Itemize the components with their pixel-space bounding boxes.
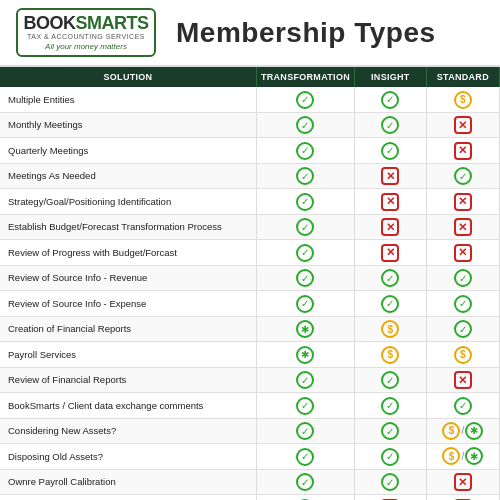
standard-cell: $ bbox=[426, 87, 499, 112]
check-icon: ✓ bbox=[296, 167, 314, 185]
x-icon: ✕ bbox=[454, 244, 472, 262]
dollar-icon: $ bbox=[454, 346, 472, 364]
standard-cell: ✕ bbox=[426, 495, 499, 501]
standard-cell: $/✱ bbox=[426, 418, 499, 444]
x-icon: ✕ bbox=[454, 473, 472, 491]
standard-cell: ✕ bbox=[426, 214, 499, 240]
transformation-cell: ✱ bbox=[256, 342, 354, 368]
star-icon: ✱ bbox=[296, 346, 314, 364]
transformation-cell: ✓ bbox=[256, 495, 354, 501]
table-row: Review of Progress with Budget/Forcast ✓… bbox=[0, 240, 500, 266]
solution-cell: Review of Source Info - Expense bbox=[0, 291, 256, 317]
x-icon: ✕ bbox=[381, 193, 399, 211]
col-transformation: TRANSFORMATION bbox=[256, 67, 354, 87]
combo-icon: $/✱ bbox=[431, 422, 495, 440]
standard-cell: $/✱ bbox=[426, 444, 499, 470]
table-row: Payroll Services ✱ $ $ bbox=[0, 342, 500, 368]
col-insight: INSIGHT bbox=[354, 67, 426, 87]
check-icon: ✓ bbox=[381, 116, 399, 134]
insight-cell: ✕ bbox=[354, 189, 426, 215]
insight-cell: ✓ bbox=[354, 112, 426, 138]
check-icon: ✓ bbox=[296, 244, 314, 262]
page-header: BOOK SMARTS TAX & ACCOUNTING SERVICES Al… bbox=[0, 0, 500, 67]
check-icon: ✓ bbox=[296, 371, 314, 389]
solution-cell: BookSmarts / Client data exchange commen… bbox=[0, 393, 256, 419]
table-row: Multiple Entities ✓ ✓ $ bbox=[0, 87, 500, 112]
table-row: BookSmarts / Client data exchange commen… bbox=[0, 393, 500, 419]
logo-tagline: All your money matters bbox=[26, 42, 146, 51]
star-icon: ✱ bbox=[296, 320, 314, 338]
check-icon: ✓ bbox=[296, 142, 314, 160]
check-icon: ✓ bbox=[381, 448, 399, 466]
solution-cell: Monthly Meetings bbox=[0, 112, 256, 138]
solution-cell: Review of Financial Reports bbox=[0, 367, 256, 393]
check-icon: ✓ bbox=[381, 422, 399, 440]
standard-cell: ✕ bbox=[426, 469, 499, 495]
insight-cell: ✓ bbox=[354, 265, 426, 291]
col-standard: STANDARD bbox=[426, 67, 499, 87]
x-icon: ✕ bbox=[454, 371, 472, 389]
solution-cell: Quarterly Meetings bbox=[0, 138, 256, 164]
standard-cell: ✓ bbox=[426, 393, 499, 419]
membership-table: SOLUTION TRANSFORMATION INSIGHT STANDARD… bbox=[0, 67, 500, 500]
transformation-cell: ✓ bbox=[256, 87, 354, 112]
standard-cell: ✕ bbox=[426, 240, 499, 266]
insight-cell: ✓ bbox=[354, 291, 426, 317]
insight-cell: ✓ bbox=[354, 367, 426, 393]
check-icon: ✓ bbox=[296, 448, 314, 466]
transformation-cell: ✓ bbox=[256, 138, 354, 164]
dollar-icon: $ bbox=[454, 91, 472, 109]
table-row: Meetings As Needed ✓ ✕ ✓ bbox=[0, 163, 500, 189]
solution-cell: Review of Progress with Budget/Forcast bbox=[0, 240, 256, 266]
solution-cell: Strategy/Goal/Positioning Identification bbox=[0, 189, 256, 215]
dollar-icon: $ bbox=[442, 422, 460, 440]
solution-cell: Review of Source Info - Revenue bbox=[0, 265, 256, 291]
transformation-cell: ✓ bbox=[256, 393, 354, 419]
check-icon: ✓ bbox=[296, 193, 314, 211]
standard-cell: ✕ bbox=[426, 367, 499, 393]
table-row: Creation of Financial Reports ✱ $ ✓ bbox=[0, 316, 500, 342]
transformation-cell: ✓ bbox=[256, 418, 354, 444]
transformation-cell: ✓ bbox=[256, 214, 354, 240]
table-header-row: SOLUTION TRANSFORMATION INSIGHT STANDARD bbox=[0, 67, 500, 87]
dollar-icon: $ bbox=[381, 346, 399, 364]
dollar-icon: $ bbox=[381, 320, 399, 338]
insight-cell: ✓ bbox=[354, 444, 426, 470]
table-row: Monthly Meetings ✓ ✓ ✕ bbox=[0, 112, 500, 138]
check-icon: ✓ bbox=[296, 422, 314, 440]
solution-cell: Meetings As Needed bbox=[0, 163, 256, 189]
standard-cell: ✓ bbox=[426, 316, 499, 342]
standard-cell: ✕ bbox=[426, 189, 499, 215]
check-icon: ✓ bbox=[381, 91, 399, 109]
check-icon: ✓ bbox=[296, 218, 314, 236]
check-icon: ✓ bbox=[454, 397, 472, 415]
check-icon: ✓ bbox=[296, 295, 314, 313]
table-row: Ownre Payroll Calibration ✓ ✓ ✕ bbox=[0, 469, 500, 495]
transformation-cell: ✓ bbox=[256, 444, 354, 470]
transformation-cell: ✓ bbox=[256, 240, 354, 266]
insight-cell: ✓ bbox=[354, 469, 426, 495]
check-icon: ✓ bbox=[296, 91, 314, 109]
check-icon: ✓ bbox=[296, 269, 314, 287]
logo-subtitle: TAX & ACCOUNTING SERVICES bbox=[26, 33, 146, 40]
x-icon: ✕ bbox=[454, 116, 472, 134]
logo-smarts: SMARTS bbox=[76, 14, 149, 32]
solution-cell: Creation of Financial Reports bbox=[0, 316, 256, 342]
insight-cell: $ bbox=[354, 316, 426, 342]
table-row: Advanced Tax Planning ✓ ✕ ✕ bbox=[0, 495, 500, 501]
solution-cell: Establish Budget/Forecast Transformation… bbox=[0, 214, 256, 240]
check-icon: ✓ bbox=[454, 295, 472, 313]
solution-cell: Multiple Entities bbox=[0, 87, 256, 112]
col-solution: SOLUTION bbox=[0, 67, 256, 87]
table-row: Disposing Old Assets? ✓ ✓ $/✱ bbox=[0, 444, 500, 470]
check-icon: ✓ bbox=[381, 473, 399, 491]
table-row: Strategy/Goal/Positioning Identification… bbox=[0, 189, 500, 215]
table-row: Quarterly Meetings ✓ ✓ ✕ bbox=[0, 138, 500, 164]
check-icon: ✓ bbox=[381, 371, 399, 389]
insight-cell: $ bbox=[354, 342, 426, 368]
standard-cell: ✓ bbox=[426, 163, 499, 189]
transformation-cell: ✓ bbox=[256, 163, 354, 189]
table-row: Establish Budget/Forecast Transformation… bbox=[0, 214, 500, 240]
logo: BOOK SMARTS TAX & ACCOUNTING SERVICES Al… bbox=[16, 8, 156, 57]
star-icon: ✱ bbox=[465, 422, 483, 440]
